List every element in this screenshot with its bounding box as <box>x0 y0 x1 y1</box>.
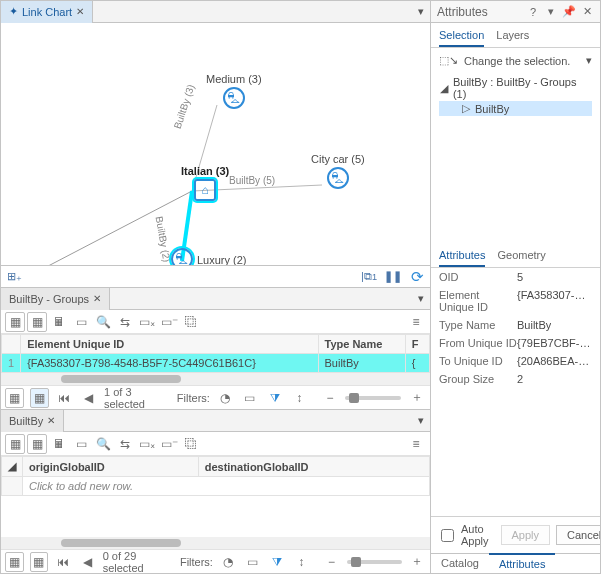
filter-time-icon[interactable]: ◔ <box>219 552 237 572</box>
zoom-in-icon[interactable]: ＋ <box>407 388 426 408</box>
delete-button[interactable]: ▭⁻ <box>159 434 179 454</box>
close-icon[interactable]: ✕ <box>580 5 594 19</box>
col-type-name[interactable]: Type Name <box>318 335 405 354</box>
cancel-button[interactable]: Cancel <box>556 525 600 545</box>
clear-sel-button[interactable]: ▭ₓ <box>137 434 157 454</box>
dropdown-icon[interactable]: ▾ <box>586 54 592 67</box>
tab-layers[interactable]: Layers <box>496 27 529 47</box>
change-selection-row[interactable]: ⬚↘ Change the selection. ▾ <box>431 48 600 73</box>
switch-sel-button[interactable]: ⇆ <box>115 312 135 332</box>
add-button[interactable]: ▦ <box>27 312 47 332</box>
menu-icon[interactable]: ≡ <box>406 312 426 332</box>
all-rows-button[interactable]: ▦ <box>5 388 24 408</box>
collapse-icon[interactable]: ◢ <box>439 82 449 95</box>
first-icon[interactable]: ⏮ <box>55 388 74 408</box>
help-icon[interactable]: ? <box>526 5 540 19</box>
tab-geometry[interactable]: Geometry <box>497 247 545 267</box>
col-rownum[interactable]: ◢ <box>2 457 23 477</box>
expand-icon[interactable]: ▷ <box>461 102 471 115</box>
field-view-button[interactable]: ▦ <box>5 312 25 332</box>
tab-menu-button[interactable]: ▾ <box>412 292 430 305</box>
menu-icon[interactable]: ≡ <box>406 434 426 454</box>
clear-sel-button[interactable]: ▭ₓ <box>137 312 157 332</box>
panel-header: Attributes ? ▾ 📌 ✕ <box>431 1 600 23</box>
pause-icon[interactable]: ❚❚ <box>384 268 402 286</box>
dropdown-icon[interactable]: ▾ <box>544 5 558 19</box>
filter-extent-icon[interactable]: ▭ <box>241 388 260 408</box>
switch-sel-button[interactable]: ⇆ <box>115 434 135 454</box>
tab-builtby[interactable]: BuiltBy ✕ <box>1 410 64 432</box>
table-scroll[interactable]: . Element Unique ID Type Name F 1 {FA358… <box>1 334 430 373</box>
sel-count: 1 <box>372 272 377 282</box>
table-row[interactable]: 1 {FA358307-B798-4548-B5F7-5C449C61B61C}… <box>2 354 430 373</box>
tab-menu-button[interactable]: ▾ <box>412 414 430 427</box>
node-italian[interactable]: Italian (3) ⌂ <box>181 165 229 201</box>
filter-count-button[interactable]: |⧉1 <box>360 268 378 286</box>
node-citycar[interactable]: City car (5) ⛍ <box>311 153 365 189</box>
filter-time-icon[interactable]: ◔ <box>216 388 235 408</box>
prev-icon[interactable]: ◀ <box>79 388 98 408</box>
select-tool-button[interactable]: ▭ <box>71 434 91 454</box>
zoom-out-icon[interactable]: − <box>321 388 340 408</box>
tab-builtby-groups[interactable]: BuiltBy - Groups ✕ <box>1 288 110 310</box>
col-f[interactable]: F <box>405 335 429 354</box>
tab-link-chart[interactable]: ✦ Link Chart ✕ <box>1 1 93 23</box>
add-button[interactable]: ▦ <box>27 434 47 454</box>
tab-attributes-bottom[interactable]: Attributes <box>489 553 555 573</box>
sort-icon[interactable]: ↕ <box>290 388 309 408</box>
col-destination-global-id[interactable]: destinationGlobalID <box>198 457 429 477</box>
col-rownum[interactable]: . <box>2 335 21 354</box>
refresh-icon[interactable]: ⟳ <box>408 268 426 286</box>
tab-attributes[interactable]: Attributes <box>439 247 485 267</box>
zoom-slider[interactable] <box>347 560 402 564</box>
tab-catalog[interactable]: Catalog <box>431 554 489 573</box>
table-row-new[interactable]: Click to add new row. <box>2 477 430 496</box>
node-luxury[interactable]: ⛍ Luxury (2) <box>171 248 247 265</box>
all-rows-button[interactable]: ▦ <box>5 552 24 572</box>
close-icon[interactable]: ✕ <box>47 415 55 426</box>
auto-apply-checkbox[interactable]: Auto Apply <box>437 523 489 547</box>
zoom-in-icon[interactable]: ＋ <box>408 552 426 572</box>
copy-button[interactable]: ⿻ <box>181 434 201 454</box>
groups-table: . Element Unique ID Type Name F 1 {FA358… <box>1 334 430 373</box>
h-scrollbar[interactable] <box>1 373 430 385</box>
prev-icon[interactable]: ◀ <box>78 552 96 572</box>
zoom-sel-button[interactable]: 🔍 <box>93 434 113 454</box>
tree-child[interactable]: ▷ BuiltBy <box>439 101 592 116</box>
copy-button[interactable]: ⿻ <box>181 312 201 332</box>
tree-parent[interactable]: ◢ BuiltBy : BuiltBy - Groups (1) <box>439 75 592 101</box>
table-scroll[interactable]: ◢ originGlobalID destinationGlobalID Cli… <box>1 456 430 537</box>
zoom-slider[interactable] <box>345 396 401 400</box>
selected-rows-button[interactable]: ▦ <box>30 552 49 572</box>
calc-button[interactable]: 🖩 <box>49 434 69 454</box>
tab-menu-button[interactable]: ▾ <box>412 5 430 18</box>
sort-icon[interactable]: ↕ <box>292 552 310 572</box>
canvas-toolbar: ⊞₊ |⧉1 ❚❚ ⟳ <box>1 265 430 287</box>
col-origin-global-id[interactable]: originGlobalID <box>23 457 199 477</box>
apply-button[interactable]: Apply <box>501 525 551 545</box>
field-view-button[interactable]: ▦ <box>5 434 25 454</box>
zoom-sel-button[interactable]: 🔍 <box>93 312 113 332</box>
cell-f: { <box>405 354 429 373</box>
node-medium[interactable]: Medium (3) ⛍ <box>206 73 262 109</box>
select-tool-button[interactable]: ▭ <box>71 312 91 332</box>
col-element-unique-id[interactable]: Element Unique ID <box>21 335 318 354</box>
filters-label: Filters: <box>180 556 213 568</box>
delete-button[interactable]: ▭⁻ <box>159 312 179 332</box>
close-icon[interactable]: ✕ <box>76 6 84 17</box>
auto-apply-input[interactable] <box>441 529 454 542</box>
pin-icon[interactable]: 📌 <box>562 5 576 19</box>
tab-selection[interactable]: Selection <box>439 27 484 47</box>
zoom-out-icon[interactable]: − <box>322 552 340 572</box>
h-scrollbar[interactable] <box>1 537 430 549</box>
close-icon[interactable]: ✕ <box>93 293 101 304</box>
calc-button[interactable]: 🖩 <box>49 312 69 332</box>
first-icon[interactable]: ⏮ <box>54 552 72 572</box>
selected-rows-button[interactable]: ▦ <box>30 388 49 408</box>
add-table-button[interactable]: ⊞₊ <box>5 268 23 286</box>
edge-label: BuiltBy (5) <box>229 175 275 186</box>
link-chart-canvas[interactable]: BuiltBy (3) BuiltBy (5) BuiltBy (2) Medi… <box>1 23 430 265</box>
filter-extent-icon[interactable]: ▭ <box>243 552 261 572</box>
filter-funnel-icon[interactable]: ⧩ <box>265 388 284 408</box>
filter-funnel-icon[interactable]: ⧩ <box>268 552 286 572</box>
